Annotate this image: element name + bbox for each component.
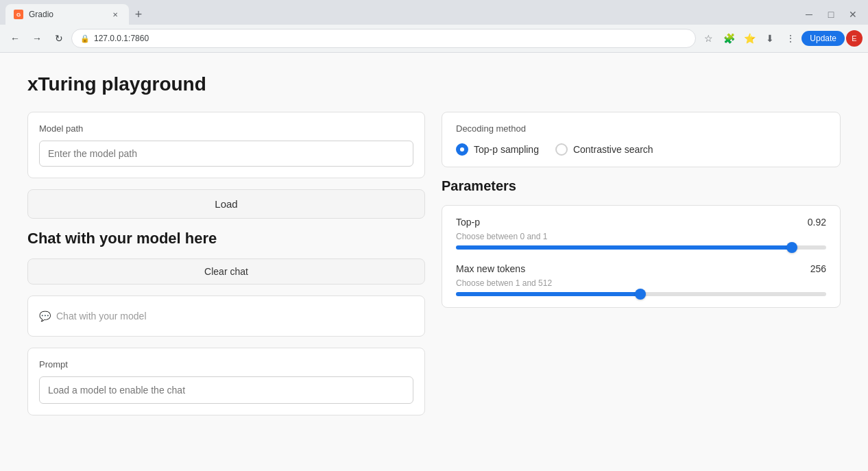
back-btn[interactable]: ← (5, 29, 25, 48)
params-card: Top-p 0.92 Choose between 0 and 1 Max ne… (442, 205, 841, 308)
params-title: Parameters (442, 178, 841, 194)
nav-bar: ← → ↻ 🔒 127.0.0.1:7860 ☆ 🧩 ⭐ ⬇ ⋮ Update … (0, 25, 868, 52)
maximize-btn[interactable]: □ (821, 5, 841, 24)
forward-btn[interactable]: → (27, 29, 47, 48)
model-path-input[interactable] (39, 141, 413, 167)
minimize-btn[interactable]: ─ (799, 5, 819, 24)
close-window-btn[interactable]: ✕ (843, 5, 863, 24)
top-p-param: Top-p 0.92 Choose between 0 and 1 (456, 217, 826, 250)
top-p-hint: Choose between 0 and 1 (456, 232, 826, 241)
chat-section-title: Chat with your model here (27, 230, 425, 247)
radio-top-p[interactable]: Top-p sampling (456, 143, 539, 156)
top-p-name: Top-p (456, 217, 480, 228)
radio-label-top-p: Top-p sampling (474, 144, 539, 155)
decoding-radio-group: Top-p sampling Contrastive search (456, 143, 826, 156)
new-tab-btn[interactable]: + (129, 5, 148, 24)
chat-icon: 💬 (39, 311, 51, 322)
chat-placeholder-text: Chat with your model (56, 311, 147, 322)
tab-bar: G Gradio ✕ + ─ □ ✕ (0, 0, 868, 25)
max-tokens-name: Max new tokens (456, 263, 525, 274)
browser-chrome: G Gradio ✕ + ─ □ ✕ ← → ↻ 🔒 127.0.0.1:786… (0, 0, 868, 53)
tab-favicon: G (14, 10, 23, 19)
prompt-label: Prompt (39, 359, 413, 370)
max-tokens-param: Max new tokens 256 Choose betwen 1 and 5… (456, 263, 826, 296)
decoding-method-card: Decoding method Top-p sampling Contrasti… (442, 112, 841, 167)
tab-close-btn[interactable]: ✕ (110, 9, 121, 20)
max-tokens-hint: Choose betwen 1 and 512 (456, 278, 826, 288)
url-text: 127.0.0.1:7860 (94, 34, 149, 43)
right-panel: Decoding method Top-p sampling Contrasti… (442, 112, 841, 415)
main-layout: Model path Load Chat with your model her… (27, 112, 841, 415)
active-tab[interactable]: G Gradio ✕ (5, 4, 129, 25)
profile-btn[interactable]: E (846, 30, 863, 47)
nav-actions: ☆ 🧩 ⭐ ⬇ ⋮ Update E (699, 29, 863, 48)
model-path-label: Model path (39, 123, 413, 134)
chatbox: 💬 Chat with your model (27, 295, 425, 337)
left-panel: Model path Load Chat with your model her… (27, 112, 425, 415)
update-button[interactable]: Update (801, 31, 845, 46)
max-tokens-value: 256 (810, 263, 826, 274)
favorites-btn[interactable]: ⭐ (740, 29, 759, 48)
radio-contrastive[interactable]: Contrastive search (555, 143, 653, 156)
model-path-card: Model path (27, 112, 425, 178)
top-p-header: Top-p 0.92 (456, 217, 826, 228)
max-tokens-slider[interactable] (456, 292, 826, 296)
address-bar[interactable]: 🔒 127.0.0.1:7860 (71, 29, 696, 48)
radio-circle-contrastive (555, 143, 568, 156)
decoding-label: Decoding method (456, 123, 826, 134)
reload-btn[interactable]: ↻ (49, 29, 69, 48)
top-p-value: 0.92 (808, 217, 826, 228)
extensions-btn[interactable]: 🧩 (719, 29, 738, 48)
clear-chat-button[interactable]: Clear chat (27, 258, 425, 285)
radio-circle-top-p (456, 143, 468, 156)
downloads-btn[interactable]: ⬇ (760, 29, 780, 48)
more-btn[interactable]: ⋮ (781, 29, 800, 48)
load-button[interactable]: Load (27, 189, 425, 219)
prompt-input[interactable] (39, 376, 413, 404)
radio-label-contrastive: Contrastive search (573, 144, 653, 155)
bookmark-search-btn[interactable]: ☆ (699, 29, 718, 48)
lock-icon: 🔒 (80, 34, 90, 43)
top-p-slider[interactable] (456, 245, 826, 250)
max-tokens-header: Max new tokens 256 (456, 263, 826, 274)
page-title: xTuring playground (27, 73, 841, 95)
tab-title: Gradio (29, 10, 53, 19)
page-content: xTuring playground Model path Load Chat … (0, 53, 868, 436)
prompt-card: Prompt (27, 348, 425, 415)
